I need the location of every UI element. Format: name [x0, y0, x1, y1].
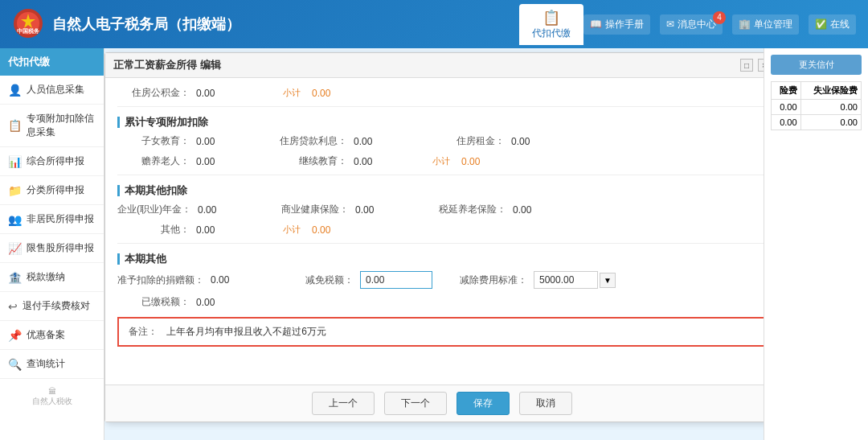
query-label: 查询统计 [27, 357, 65, 371]
tab-icon: 📋 [532, 9, 571, 27]
personnel-label: 人员信息采集 [27, 83, 84, 97]
deduction-dropdown-btn[interactable]: ▼ [600, 273, 616, 288]
personnel-icon: 👤 [8, 84, 22, 97]
sidebar-footer: 🏛 自然人税收 [0, 379, 104, 415]
sidebar-item-tax-payment[interactable]: 🏦 税款缴纳 [0, 263, 104, 292]
stock-label: 限售股所得申报 [27, 241, 94, 255]
remark-box: 备注： 上年各月均有申报且收入不超过6万元 [117, 317, 764, 347]
online-label: 在线 [830, 18, 850, 31]
online-button[interactable]: ✅ 在线 [809, 14, 856, 35]
subtotal2-value: 0.00 [461, 156, 510, 167]
subtotal2-label: 小计 [432, 155, 450, 167]
remark-label: 备注： [129, 326, 158, 337]
other-deductions-title: 本期其他扣除 [125, 183, 187, 198]
manual-icon: 📖 [590, 19, 602, 30]
other-deductions-header: 本期其他扣除 [117, 183, 764, 198]
message-button[interactable]: ✉ 消息中心 4 [660, 14, 723, 35]
sidebar-item-nonresident[interactable]: 👥 非居民所得申报 [0, 205, 104, 234]
tax-paid-value: 0.00 [196, 297, 244, 308]
svg-text:中国税务: 中国税务 [17, 27, 40, 34]
deduction-standard-input[interactable] [534, 271, 598, 289]
sidebar-item-refund[interactable]: ↩ 退付手续费核对 [0, 292, 104, 321]
tab-dakoukoudai[interactable]: 📋 代扣代缴 [519, 4, 583, 45]
company-button[interactable]: 🏢 单位管理 [732, 14, 799, 35]
special-icon: 📋 [8, 119, 22, 132]
footer-text: 自然人税收 [8, 396, 96, 407]
stock-icon: 📈 [8, 242, 22, 255]
preferred-icon: 📌 [8, 329, 22, 342]
right-panel-table: 险费 失业保险费 0.00 0.00 0.00 0.00 [771, 81, 862, 130]
sidebar-item-query[interactable]: 🔍 查询统计 [0, 350, 104, 379]
other-row: 其他： 0.00 小计 0.00 [117, 223, 764, 244]
elderly-value: 0.00 [196, 156, 244, 167]
deduction-row: 准予扣除的捐赠额： 0.00 减免税额： 减除费用标准： ▼ [117, 271, 764, 289]
subtotal-value: 0.00 [312, 88, 360, 99]
company-icon: 🏢 [739, 19, 751, 30]
deduction-standard-label: 减除费用标准： [455, 273, 527, 287]
online-icon: ✅ [815, 19, 827, 30]
next-button[interactable]: 下一个 [384, 392, 447, 415]
manual-button[interactable]: 📖 操作手册 [583, 14, 650, 35]
nonresident-icon: 👥 [8, 213, 22, 226]
tax-deferred-label: 税延养老保险： [434, 203, 506, 216]
sidebar-header: 代扣代缴 [0, 48, 104, 76]
sidebar-item-restricted-stock[interactable]: 📈 限售股所得申报 [0, 234, 104, 263]
table-row: 0.00 0.00 [772, 100, 862, 115]
sidebar-item-classified[interactable]: 📁 分类所得申报 [0, 176, 104, 205]
commercial-health-label: 商业健康保险： [276, 203, 349, 216]
message-badge: 4 [713, 11, 726, 24]
manual-label: 操作手册 [605, 18, 644, 31]
elderly-row: 赡养老人： 0.00 继续教育： 0.00 小计 0.00 [117, 154, 764, 175]
cumulative-section-header: 累计专项附加扣除 [117, 115, 764, 130]
unemployment-val-2: 0.00 [800, 115, 861, 130]
unemployment-val-1: 0.00 [800, 100, 861, 115]
subtotal-label: 小计 [283, 87, 301, 99]
header: 中国税务 自然人电子税务局（扣缴端） 📋 代扣代缴 📖 操作手册 ✉ 消息中心 … [0, 0, 868, 48]
tax-label: 税款缴纳 [27, 270, 65, 284]
tax-deferred-value: 0.00 [513, 204, 561, 216]
sidebar-item-preferred[interactable]: 📌 优惠备案 [0, 321, 104, 350]
housing-loan-value: 0.00 [354, 136, 402, 147]
cumulative-section-title: 累计专项附加扣除 [125, 115, 208, 130]
sidebar-item-special-deduction[interactable]: 📋 专项附加扣除信息采集 [0, 105, 104, 147]
cancel-button[interactable]: 取消 [519, 392, 572, 415]
child-edu-row: 子女教育： 0.00 住房贷款利息： 0.00 住房租金： 0.00 [117, 134, 764, 148]
sidebar-item-comprehensive[interactable]: 📊 综合所得申报 [0, 147, 104, 176]
housing-fund-value: 0.00 [196, 88, 244, 99]
housing-rent-value: 0.00 [511, 136, 559, 147]
comprehensive-label: 综合所得申报 [27, 154, 84, 168]
dialog-footer: 上一个 下一个 保存 取消 [105, 384, 764, 421]
restore-button[interactable]: □ [740, 59, 753, 72]
prev-button[interactable]: 上一个 [312, 392, 375, 415]
company-label: 单位管理 [754, 18, 792, 31]
tab-label: 代扣代缴 [532, 27, 571, 39]
insurance-val-1: 0.00 [772, 100, 801, 115]
sidebar: 代扣代缴 👤 人员信息采集 📋 专项附加扣除信息采集 📊 综合所得申报 📁 分类… [0, 48, 104, 440]
tax-reduction-label: 减免税额： [281, 273, 354, 287]
subtotal3-value: 0.00 [312, 224, 360, 236]
section-bar [117, 117, 120, 128]
tax-paid-row: 已缴税额： 0.00 [117, 295, 764, 309]
special-label: 专项附加扣除信息采集 [27, 112, 96, 139]
close-button[interactable]: × [758, 59, 764, 72]
tax-reduction-input[interactable] [360, 271, 432, 289]
elderly-label: 赡养老人： [117, 154, 190, 168]
main-layout: 代扣代缴 👤 人员信息采集 📋 专项附加扣除信息采集 📊 综合所得申报 📁 分类… [0, 48, 868, 440]
classified-icon: 📁 [8, 184, 22, 197]
message-icon: ✉ [666, 19, 674, 30]
continuing-edu-label: 继续教育： [275, 154, 347, 168]
save-button[interactable]: 保存 [457, 392, 510, 415]
enterprise-annuity-value: 0.00 [198, 204, 246, 216]
right-panel-button[interactable]: 更关信付 [771, 55, 862, 75]
right-panel: 更关信付 险费 失业保险费 0.00 0.00 0.00 0.00 [764, 48, 868, 440]
nonresident-label: 非居民所得申报 [27, 212, 94, 226]
refund-icon: ↩ [8, 300, 18, 313]
sidebar-item-personnel[interactable]: 👤 人员信息采集 [0, 76, 104, 105]
housing-fund-label: 住房公积金： [117, 86, 190, 100]
dialog-body: 住房公积金： 0.00 小计 0.00 累计专项附加扣除 子女教育： 0.00 … [105, 78, 764, 384]
insurance-val-2: 0.00 [772, 115, 801, 130]
other-items-header: 本期其他 [117, 252, 764, 266]
other-label: 其他： [117, 223, 190, 236]
other-items-title: 本期其他 [125, 252, 166, 266]
housing-rent-label: 住房租金： [432, 134, 505, 148]
